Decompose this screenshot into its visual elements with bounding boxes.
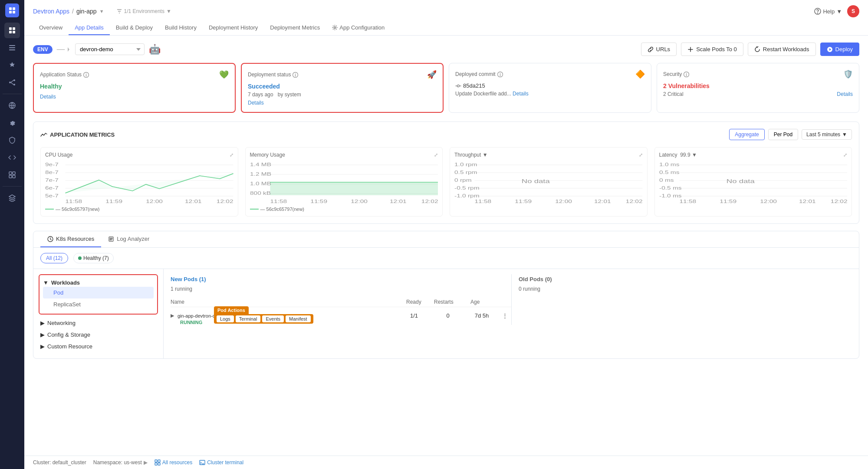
pod-manifest-btn[interactable]: Manifest	[286, 315, 311, 322]
config-storage-section-header[interactable]: ▶ Config & Storage	[39, 330, 158, 340]
tab-app-details[interactable]: App Details	[69, 21, 109, 35]
svg-text:0.5 ms: 0.5 ms	[659, 170, 680, 175]
networking-section-header[interactable]: ▶ Networking	[39, 318, 158, 328]
pod-terminal-btn[interactable]: Terminal	[236, 315, 261, 322]
resource-replicaset-item[interactable]: ReplicaSet	[43, 298, 154, 310]
tab-build-deploy[interactable]: Build & Deploy	[110, 21, 159, 35]
app-status-title: Application Status	[40, 72, 89, 78]
latency-chart: Latency 99.9 ▼ ⤢ 1.0 ms 0.5 ms 0 ms	[654, 147, 852, 216]
metrics-title-text: APPLICATION METRICS	[50, 131, 115, 138]
app-status-value: Healthy	[40, 83, 229, 90]
svg-rect-91	[158, 460, 160, 462]
namespace-chevron-icon[interactable]: ▶	[144, 459, 148, 466]
health-filter-label: Healthy (7)	[83, 255, 109, 261]
help-button[interactable]: Help ▼	[814, 8, 842, 15]
urls-button[interactable]: URLs	[641, 43, 677, 56]
sidebar-icon-shield[interactable]	[4, 132, 20, 148]
svg-rect-6	[9, 31, 12, 33]
new-pods-header: New Pods (1)	[171, 274, 511, 286]
breadcrumb-org[interactable]: Devtron Apps	[33, 8, 69, 15]
workloads-header[interactable]: ▼ Workloads	[43, 279, 154, 287]
custom-resource-section-header[interactable]: ▶ Custom Resource	[39, 341, 158, 351]
sidebar-icon-dashboard[interactable]	[4, 23, 20, 38]
sidebar-icon-globe[interactable]	[4, 98, 20, 113]
networking-chevron-icon: ▶	[40, 320, 45, 326]
time-range-selector[interactable]: Last 5 minutes ▼	[802, 129, 852, 140]
log-icon	[108, 236, 114, 242]
deployed-commit-card-icon: 🔶	[635, 69, 645, 79]
svg-point-20	[818, 13, 818, 13]
header-right-actions: Help ▼ S	[814, 5, 859, 17]
sidebar-icon-code[interactable]	[4, 150, 20, 165]
memory-expand-icon[interactable]: ⤢	[434, 152, 438, 158]
deploy-label: Deploy	[835, 46, 853, 52]
sidebar-icon-apps[interactable]	[4, 57, 20, 73]
breadcrumb-chevron-icon[interactable]: ▼	[99, 9, 104, 14]
tab-log-analyzer[interactable]: Log Analyzer	[101, 231, 156, 247]
svg-text:12:00: 12:00	[146, 199, 163, 204]
sidebar-icon-gear[interactable]	[4, 167, 20, 183]
toolbar-right: URLs Scale Pods To 0 Restart Workloads D…	[641, 43, 859, 56]
cluster-terminal-text[interactable]: Cluster terminal	[207, 459, 243, 466]
app-status-details-link[interactable]: Details	[40, 94, 56, 100]
security-critical-row: 2 Critical Details	[663, 91, 853, 97]
env-count-chevron-icon[interactable]: ▼	[166, 8, 171, 14]
env-select[interactable]: devron-demo	[75, 43, 145, 55]
health-filter-badge[interactable]: Healthy (7)	[73, 253, 114, 263]
svg-text:1.0 rpm: 1.0 rpm	[454, 162, 477, 167]
deployment-status-details-link[interactable]: Details	[248, 100, 264, 106]
tab-k8s-resources[interactable]: K8s Resources	[40, 231, 101, 247]
svg-rect-18	[13, 175, 15, 178]
svg-point-26	[457, 85, 460, 87]
user-avatar[interactable]: S	[847, 5, 859, 17]
restart-workloads-button[interactable]: Restart Workloads	[748, 43, 816, 56]
all-resources-text[interactable]: All resources	[162, 459, 192, 466]
resource-pod-item[interactable]: Pod	[43, 287, 154, 298]
pod-actions-label: Pod Actions	[214, 306, 249, 314]
security-details-link[interactable]: Details	[837, 91, 853, 97]
sidebar-icon-settings[interactable]	[4, 115, 20, 131]
env-count-label[interactable]: 1/1 Environments	[124, 8, 164, 14]
env-label-badge: ENV	[33, 45, 53, 54]
per-pod-btn[interactable]: Per Pod	[768, 129, 798, 140]
cpu-expand-icon[interactable]: ⤢	[230, 152, 233, 158]
commit-details-link[interactable]: Details	[513, 91, 529, 97]
svg-text:8e-7: 8e-7	[45, 170, 59, 175]
latency-chart-title: Latency 99.9 ▼ ⤢	[659, 152, 848, 158]
throughput-expand-icon[interactable]: ⤢	[639, 152, 643, 158]
scale-pods-button[interactable]: Scale Pods To 0	[681, 43, 743, 56]
svg-text:-0.5 rpm: -0.5 rpm	[454, 186, 480, 191]
pod-logs-btn[interactable]: Logs	[217, 315, 234, 322]
deploy-button[interactable]: Deploy	[820, 43, 859, 56]
pod-more-icon[interactable]: ⋮	[498, 312, 511, 319]
breadcrumb: Devtron Apps / gin-app ▼ 1/1 Environment…	[33, 8, 171, 15]
all-resources-link[interactable]: All resources	[155, 459, 192, 466]
help-label[interactable]: Help	[823, 8, 835, 15]
pod-age-cell: 7d 5h	[469, 312, 495, 319]
nav-tabs: Overview App Details Build & Deploy Buil…	[33, 21, 859, 35]
sidebar-logo[interactable]	[5, 3, 19, 17]
sidebar-icon-layers[interactable]	[4, 190, 20, 206]
breadcrumb-app[interactable]: gin-app	[76, 8, 97, 15]
cluster-terminal-link[interactable]: Cluster terminal	[199, 459, 243, 466]
latency-expand-icon[interactable]: ⤢	[843, 152, 847, 158]
svg-text:12:01: 12:01	[390, 199, 407, 204]
resources-main: New Pods (1) 1 running Name Ready Restar…	[164, 269, 859, 358]
filter-all-btn[interactable]: All (12)	[40, 253, 68, 263]
tab-deployment-history[interactable]: Deployment History	[203, 21, 264, 35]
resources-section: K8s Resources Log Analyzer All (12) Heal…	[33, 231, 859, 359]
deployment-status-meta: 7 days ago by system	[248, 92, 437, 98]
cluster-info: Cluster: default_cluster	[33, 459, 86, 466]
cpu-chart-svg: 9e-7 8e-7 7e-7 6e-7 5e-7 11:58 11:59 12:…	[45, 161, 233, 204]
aggregate-btn[interactable]: Aggregate	[729, 129, 764, 140]
pod-events-btn[interactable]: Events	[262, 315, 284, 322]
tab-overview[interactable]: Overview	[33, 21, 69, 35]
tab-deployment-metrics[interactable]: Deployment Metrics	[264, 21, 326, 35]
tab-build-history[interactable]: Build History	[159, 21, 203, 35]
svg-text:7e-7: 7e-7	[45, 178, 59, 183]
tab-app-configuration[interactable]: App Configuration	[326, 21, 391, 35]
sidebar-icon-workflows[interactable]	[4, 75, 20, 90]
svg-point-21	[334, 27, 336, 29]
sidebar-icon-list[interactable]	[4, 40, 20, 56]
pod-row-chevron-icon[interactable]: ▶	[171, 313, 174, 318]
